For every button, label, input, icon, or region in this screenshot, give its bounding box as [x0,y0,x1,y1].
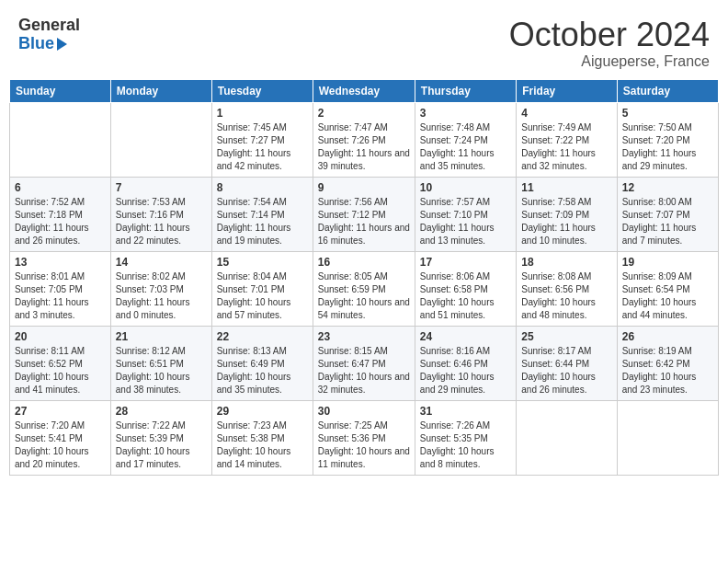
day-number: 22 [217,330,308,343]
day-info: Sunrise: 8:11 AM Sunset: 6:52 PM Dayligh… [15,345,106,396]
day-info: Sunrise: 7:23 AM Sunset: 5:38 PM Dayligh… [217,419,308,471]
day-info: Sunrise: 7:58 AM Sunset: 7:09 PM Dayligh… [521,196,611,247]
day-info: Sunrise: 7:45 AM Sunset: 7:27 PM Dayligh… [217,121,308,173]
day-info: Sunrise: 7:47 AM Sunset: 7:26 PM Dayligh… [318,121,410,173]
day-info: Sunrise: 7:49 AM Sunset: 7:22 PM Dayligh… [521,121,611,173]
day-info: Sunrise: 8:19 AM Sunset: 6:42 PM Dayligh… [622,345,713,396]
calendar-cell [10,102,111,177]
calendar-cell: 18Sunrise: 8:08 AM Sunset: 6:56 PM Dayli… [517,251,617,326]
day-info: Sunrise: 7:52 AM Sunset: 7:18 PM Dayligh… [15,196,106,247]
calendar-cell: 15Sunrise: 8:04 AM Sunset: 7:01 PM Dayli… [211,251,313,326]
day-info: Sunrise: 7:50 AM Sunset: 7:20 PM Dayligh… [622,121,713,173]
day-number: 29 [217,405,308,418]
calendar-cell: 11Sunrise: 7:58 AM Sunset: 7:09 PM Dayli… [517,177,617,251]
day-info: Sunrise: 7:22 AM Sunset: 5:39 PM Dayligh… [116,419,207,471]
calendar-week-5: 27Sunrise: 7:20 AM Sunset: 5:41 PM Dayli… [10,400,719,475]
day-number: 26 [622,330,713,343]
day-info: Sunrise: 7:53 AM Sunset: 7:16 PM Dayligh… [116,196,207,247]
day-number: 5 [622,107,713,120]
calendar-cell: 9Sunrise: 7:56 AM Sunset: 7:12 PM Daylig… [313,177,415,251]
day-info: Sunrise: 8:05 AM Sunset: 6:59 PM Dayligh… [318,270,410,322]
day-info: Sunrise: 8:02 AM Sunset: 7:03 PM Dayligh… [116,270,207,322]
day-number: 9 [318,181,410,194]
calendar-cell: 30Sunrise: 7:25 AM Sunset: 5:36 PM Dayli… [313,400,415,475]
location-subtitle: Aigueperse, France [509,53,710,70]
calendar-cell: 29Sunrise: 7:23 AM Sunset: 5:38 PM Dayli… [211,400,313,475]
day-info: Sunrise: 7:48 AM Sunset: 7:24 PM Dayligh… [420,121,511,173]
day-info: Sunrise: 7:57 AM Sunset: 7:10 PM Dayligh… [420,196,511,247]
day-number: 24 [420,330,511,343]
day-number: 30 [318,405,410,418]
header: General Blue October 2024 Aigueperse, Fr… [9,9,719,74]
calendar-cell: 5Sunrise: 7:50 AM Sunset: 7:20 PM Daylig… [617,102,718,177]
logo-general-text: General [18,17,80,35]
day-number: 2 [318,107,410,120]
day-number: 10 [420,181,511,194]
day-number: 18 [521,256,611,269]
calendar-cell: 1Sunrise: 7:45 AM Sunset: 7:27 PM Daylig… [211,102,313,177]
day-info: Sunrise: 8:13 AM Sunset: 6:49 PM Dayligh… [217,345,308,396]
calendar-body: 1Sunrise: 7:45 AM Sunset: 7:27 PM Daylig… [10,102,719,475]
calendar-week-2: 6Sunrise: 7:52 AM Sunset: 7:18 PM Daylig… [10,177,719,251]
day-number: 28 [116,405,207,418]
day-number: 19 [622,256,713,269]
day-number: 23 [318,330,410,343]
day-number: 1 [217,107,308,120]
calendar-cell: 8Sunrise: 7:54 AM Sunset: 7:14 PM Daylig… [211,177,313,251]
day-number: 13 [15,256,106,269]
day-info: Sunrise: 8:06 AM Sunset: 6:58 PM Dayligh… [420,270,511,322]
calendar-cell: 4Sunrise: 7:49 AM Sunset: 7:22 PM Daylig… [517,102,617,177]
weekday-header-sunday: Sunday [10,79,111,102]
day-number: 11 [521,181,611,194]
weekday-header-monday: Monday [110,79,211,102]
day-info: Sunrise: 8:04 AM Sunset: 7:01 PM Dayligh… [217,270,308,322]
weekday-header-wednesday: Wednesday [313,79,415,102]
calendar-week-4: 20Sunrise: 8:11 AM Sunset: 6:52 PM Dayli… [10,326,719,400]
day-info: Sunrise: 7:25 AM Sunset: 5:36 PM Dayligh… [318,419,410,471]
calendar-cell: 31Sunrise: 7:26 AM Sunset: 5:35 PM Dayli… [415,400,516,475]
weekday-header-saturday: Saturday [617,79,718,102]
calendar-table: SundayMondayTuesdayWednesdayThursdayFrid… [9,79,719,476]
day-number: 6 [15,181,106,194]
calendar-cell: 16Sunrise: 8:05 AM Sunset: 6:59 PM Dayli… [313,251,415,326]
day-info: Sunrise: 7:26 AM Sunset: 5:35 PM Dayligh… [420,419,511,471]
day-info: Sunrise: 7:20 AM Sunset: 5:41 PM Dayligh… [15,419,106,471]
calendar-week-3: 13Sunrise: 8:01 AM Sunset: 7:05 PM Dayli… [10,251,719,326]
month-title: October 2024 [509,17,710,53]
day-info: Sunrise: 8:00 AM Sunset: 7:07 PM Dayligh… [622,196,713,247]
calendar-cell: 7Sunrise: 7:53 AM Sunset: 7:16 PM Daylig… [110,177,211,251]
logo-blue-text: Blue [18,35,54,53]
day-number: 7 [116,181,207,194]
calendar-cell: 14Sunrise: 8:02 AM Sunset: 7:03 PM Dayli… [110,251,211,326]
calendar-cell: 13Sunrise: 8:01 AM Sunset: 7:05 PM Dayli… [10,251,111,326]
day-info: Sunrise: 8:17 AM Sunset: 6:44 PM Dayligh… [521,345,611,396]
calendar-cell: 22Sunrise: 8:13 AM Sunset: 6:49 PM Dayli… [211,326,313,400]
weekday-header-friday: Friday [517,79,617,102]
day-info: Sunrise: 7:54 AM Sunset: 7:14 PM Dayligh… [217,196,308,247]
day-number: 20 [15,330,106,343]
title-block: October 2024 Aigueperse, France [509,17,710,70]
day-number: 25 [521,330,611,343]
calendar-cell: 17Sunrise: 8:06 AM Sunset: 6:58 PM Dayli… [415,251,516,326]
day-info: Sunrise: 8:08 AM Sunset: 6:56 PM Dayligh… [521,270,611,322]
day-number: 12 [622,181,713,194]
calendar-cell: 12Sunrise: 8:00 AM Sunset: 7:07 PM Dayli… [617,177,718,251]
calendar-cell: 6Sunrise: 7:52 AM Sunset: 7:18 PM Daylig… [10,177,111,251]
calendar-cell: 27Sunrise: 7:20 AM Sunset: 5:41 PM Dayli… [10,400,111,475]
day-number: 17 [420,256,511,269]
calendar-cell: 2Sunrise: 7:47 AM Sunset: 7:26 PM Daylig… [313,102,415,177]
calendar-cell: 10Sunrise: 7:57 AM Sunset: 7:10 PM Dayli… [415,177,516,251]
calendar-cell [517,400,617,475]
calendar-cell [617,400,718,475]
day-number: 15 [217,256,308,269]
weekday-header-thursday: Thursday [415,79,516,102]
calendar-cell: 3Sunrise: 7:48 AM Sunset: 7:24 PM Daylig… [415,102,516,177]
calendar-week-1: 1Sunrise: 7:45 AM Sunset: 7:27 PM Daylig… [10,102,719,177]
calendar-cell: 23Sunrise: 8:15 AM Sunset: 6:47 PM Dayli… [313,326,415,400]
calendar-cell: 25Sunrise: 8:17 AM Sunset: 6:44 PM Dayli… [517,326,617,400]
calendar-header-row: SundayMondayTuesdayWednesdayThursdayFrid… [10,79,719,102]
calendar-cell: 26Sunrise: 8:19 AM Sunset: 6:42 PM Dayli… [617,326,718,400]
day-info: Sunrise: 8:09 AM Sunset: 6:54 PM Dayligh… [622,270,713,322]
calendar-cell: 19Sunrise: 8:09 AM Sunset: 6:54 PM Dayli… [617,251,718,326]
calendar-cell: 28Sunrise: 7:22 AM Sunset: 5:39 PM Dayli… [110,400,211,475]
